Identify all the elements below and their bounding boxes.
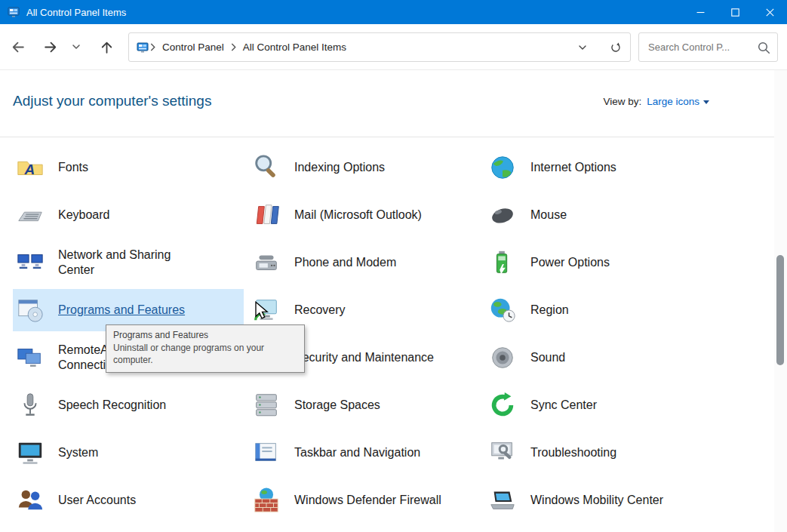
item-indexing-options[interactable]: Indexing Options — [249, 146, 480, 189]
breadcrumb-chevron-icon[interactable] — [149, 43, 156, 51]
storage-spaces-icon — [251, 390, 281, 420]
item-label: Fonts — [58, 160, 88, 175]
window-controls — [683, 0, 787, 24]
item-label: Mail (Microsoft Outlook) — [294, 208, 422, 223]
tooltip-body: Uninstall or change programs on your com… — [113, 342, 297, 366]
navigation-bar: Control Panel All Control Panel Items — [0, 24, 787, 70]
content-area: Adjust your computer's settings View by:… — [0, 70, 787, 532]
item-sync-center[interactable]: Sync Center — [485, 384, 716, 426]
network-sharing-icon — [15, 248, 45, 278]
item-mouse[interactable]: Mouse — [485, 194, 716, 236]
search-icon[interactable] — [757, 41, 770, 54]
view-by-control: View by: Large icons — [603, 96, 709, 107]
item-user-accounts[interactable]: User Accounts — [13, 479, 244, 521]
windows-mobility-center-icon — [487, 485, 518, 515]
item-internet-options[interactable]: Internet Options — [485, 146, 716, 189]
item-phone-and-modem[interactable]: Phone and Modem — [249, 241, 480, 284]
item-keyboard[interactable]: Keyboard — [13, 194, 244, 236]
windows-defender-firewall-icon — [251, 485, 281, 515]
item-label: Troubleshooting — [530, 445, 616, 460]
mouse-icon — [487, 200, 518, 230]
scrollbar-thumb[interactable] — [776, 255, 784, 365]
remoteapp-icon — [15, 343, 45, 373]
fonts-icon: A — [15, 152, 45, 183]
up-button[interactable] — [95, 35, 118, 58]
system-icon — [15, 438, 45, 468]
control-panel-app-icon — [8, 6, 20, 18]
back-button[interactable] — [6, 35, 29, 58]
item-windows-mobility-center[interactable]: Windows Mobility Center — [485, 479, 716, 521]
item-label: Indexing Options — [294, 160, 385, 175]
forward-button[interactable] — [39, 35, 62, 58]
phone-modem-icon — [251, 248, 281, 278]
address-bar[interactable]: Control Panel All Control Panel Items — [128, 32, 631, 62]
refresh-button[interactable] — [604, 36, 627, 59]
power-options-icon — [487, 248, 518, 278]
close-button[interactable] — [752, 0, 787, 24]
item-fonts[interactable]: A Fonts — [13, 146, 244, 189]
item-label: Speech Recognition — [58, 398, 166, 413]
search-input[interactable] — [648, 42, 757, 53]
sync-center-icon — [487, 390, 518, 420]
item-region[interactable]: Region — [485, 289, 716, 331]
item-storage-spaces[interactable]: Storage Spaces — [249, 384, 480, 426]
breadcrumb-chevron-icon[interactable] — [230, 43, 237, 51]
item-windows-defender-firewall[interactable]: Windows Defender Firewall — [249, 479, 480, 521]
item-network-and-sharing-center[interactable]: Network and Sharing Center — [13, 241, 244, 284]
view-by-label: View by: — [603, 96, 641, 107]
item-label: Keyboard — [58, 208, 110, 223]
troubleshooting-icon — [487, 438, 518, 468]
breadcrumb-all-control-panel-items[interactable]: All Control Panel Items — [238, 42, 352, 53]
vertical-scrollbar[interactable] — [774, 70, 787, 532]
tooltip-title: Programs and Features — [113, 329, 297, 341]
control-panel-breadcrumb-icon[interactable] — [137, 42, 149, 54]
item-label: Recovery — [294, 303, 346, 318]
view-by-value: Large icons — [647, 96, 699, 107]
item-mail[interactable]: Mail (Microsoft Outlook) — [249, 194, 480, 236]
indexing-options-icon — [251, 152, 281, 183]
item-taskbar-and-navigation[interactable]: Taskbar and Navigation — [249, 432, 480, 474]
item-label: Programs and Features — [58, 303, 185, 318]
item-label: Power Options — [530, 255, 610, 270]
item-label: Sound — [530, 350, 565, 365]
item-label: Storage Spaces — [294, 398, 380, 413]
sound-icon — [487, 343, 518, 373]
maximize-button[interactable] — [718, 0, 752, 24]
item-sound[interactable]: Sound — [485, 337, 716, 379]
window-titlebar: All Control Panel Items — [0, 0, 787, 24]
item-label: Sync Center — [530, 398, 597, 413]
item-speech-recognition[interactable]: Speech Recognition — [13, 384, 244, 426]
search-box — [638, 32, 778, 62]
item-label: Windows Defender Firewall — [294, 493, 441, 508]
item-label: Security and Maintenance — [294, 350, 434, 365]
breadcrumb-control-panel[interactable]: Control Panel — [157, 42, 229, 53]
address-dropdown-chevron-icon[interactable] — [571, 36, 594, 59]
minimize-button[interactable] — [683, 0, 718, 24]
item-troubleshooting[interactable]: Troubleshooting — [485, 432, 716, 474]
taskbar-navigation-icon — [251, 438, 281, 468]
svg-text:A: A — [23, 161, 35, 177]
item-label: Taskbar and Navigation — [294, 445, 420, 460]
item-label: System — [58, 445, 98, 460]
item-label: Network and Sharing Center — [58, 248, 205, 278]
item-label: Mouse — [530, 208, 567, 223]
item-power-options[interactable]: Power Options — [485, 241, 716, 284]
window-title: All Control Panel Items — [26, 7, 126, 18]
item-label: Phone and Modem — [294, 255, 396, 270]
programs-features-icon — [15, 295, 45, 325]
recovery-icon — [251, 295, 281, 325]
recent-pages-chevron-icon[interactable] — [69, 35, 84, 58]
item-label: Region — [530, 303, 569, 318]
page-title: Adjust your computer's settings — [13, 93, 211, 109]
speech-recognition-icon — [15, 390, 45, 420]
view-by-dropdown[interactable]: Large icons — [647, 96, 709, 107]
caret-down-icon — [703, 100, 709, 104]
item-system[interactable]: System — [13, 432, 244, 474]
mail-icon — [251, 200, 281, 230]
item-label: User Accounts — [58, 493, 136, 508]
user-accounts-icon — [15, 485, 45, 515]
tooltip: Programs and Features Uninstall or chang… — [106, 324, 305, 373]
region-icon — [487, 295, 518, 325]
item-label: Internet Options — [530, 160, 616, 175]
internet-options-icon — [487, 152, 518, 183]
